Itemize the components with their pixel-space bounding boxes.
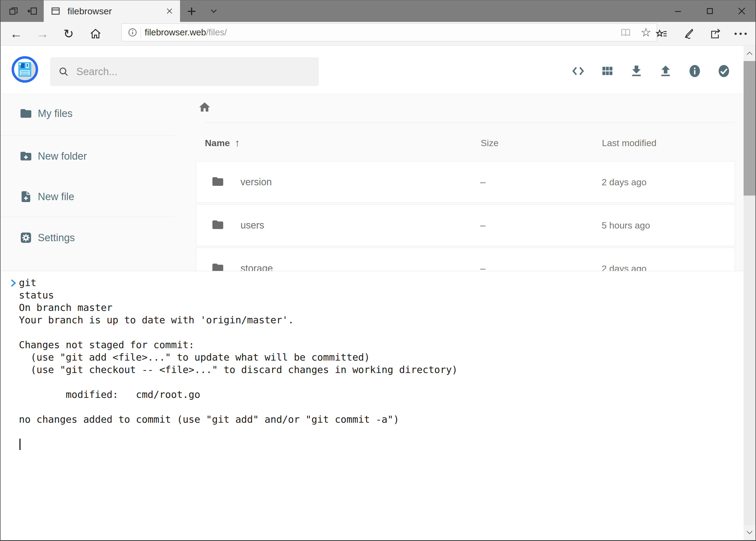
app-header bbox=[1, 46, 755, 93]
settings-gear-icon bbox=[19, 231, 32, 244]
file-row-version[interactable]: version – 2 days ago bbox=[196, 161, 735, 203]
new-tab-button[interactable]: + bbox=[185, 0, 199, 22]
header-actions bbox=[571, 64, 731, 79]
create-folder-icon bbox=[19, 150, 32, 163]
set-tabs-aside-icon[interactable] bbox=[26, 0, 38, 22]
column-header-modified[interactable]: Last modified bbox=[602, 137, 656, 149]
filebrowser-logo-icon[interactable] bbox=[12, 56, 38, 83]
url-host: filebrowser.web bbox=[145, 27, 206, 37]
create-file-icon bbox=[19, 190, 32, 203]
share-icon[interactable] bbox=[707, 22, 723, 46]
terminal-cursor bbox=[19, 439, 21, 450]
sidebar-item-label: My files bbox=[38, 108, 73, 119]
info-icon[interactable] bbox=[687, 64, 702, 79]
sidebar-item-settings[interactable]: Settings bbox=[1, 218, 174, 258]
browser-tab[interactable]: filebrowser bbox=[44, 0, 180, 22]
browser-toolbar: ← → ↻ filebrowser.web/files/ bbox=[1, 22, 755, 46]
forward-icon[interactable]: → bbox=[35, 22, 51, 46]
minimize-button[interactable] bbox=[670, 0, 686, 22]
scroll-up-icon[interactable] bbox=[744, 46, 755, 61]
file-modified: 5 hours ago bbox=[602, 220, 650, 231]
scrollbar-thumb[interactable] bbox=[744, 61, 755, 196]
sidebar-item-new-file[interactable]: New file bbox=[1, 176, 174, 217]
scroll-down-icon[interactable] bbox=[744, 525, 755, 540]
file-row-users[interactable]: users – 5 hours ago bbox=[196, 205, 735, 246]
address-bar[interactable]: filebrowser.web/files/ ☆ bbox=[122, 24, 657, 41]
close-window-button[interactable] bbox=[734, 0, 750, 22]
search-input[interactable] bbox=[76, 66, 311, 78]
folder-icon bbox=[210, 175, 225, 189]
raw-editor-code-icon[interactable] bbox=[571, 64, 586, 79]
browser-window: filebrowser + ← bbox=[0, 0, 756, 541]
tab-list-chevron-icon[interactable] bbox=[207, 0, 221, 22]
download-icon[interactable] bbox=[629, 64, 644, 79]
tab-preview-icon[interactable] bbox=[8, 0, 19, 22]
floppy-disk-icon bbox=[18, 62, 31, 77]
folder-icon bbox=[210, 218, 225, 232]
sidebar-item-label: New file bbox=[38, 191, 74, 203]
column-header-name[interactable]: Name ↑ bbox=[205, 137, 240, 149]
prompt-chevron-icon bbox=[10, 278, 17, 289]
annotate-pen-icon[interactable] bbox=[681, 22, 697, 46]
url-path: /files/ bbox=[206, 27, 227, 37]
refresh-icon[interactable]: ↻ bbox=[61, 22, 77, 46]
home-icon[interactable] bbox=[88, 22, 104, 46]
tab-bar: filebrowser + bbox=[1, 0, 755, 22]
file-modified: 2 days ago bbox=[602, 177, 646, 188]
maximize-button[interactable] bbox=[702, 0, 718, 22]
tab-close-icon[interactable] bbox=[165, 7, 173, 15]
url-text: filebrowser.web/files/ bbox=[145, 27, 620, 38]
sidebar-item-label: Settings bbox=[38, 232, 75, 244]
folder-icon bbox=[19, 107, 32, 120]
sidebar-item-my-files[interactable]: My files bbox=[1, 93, 174, 134]
filebrowser-page: My files New folder New file bbox=[1, 46, 755, 540]
file-size: – bbox=[480, 220, 486, 231]
search-box[interactable] bbox=[50, 57, 319, 86]
site-info-icon[interactable] bbox=[127, 27, 138, 38]
file-size: – bbox=[480, 176, 486, 188]
hub-favorites-icon[interactable] bbox=[654, 22, 670, 46]
breadcrumb-home-icon[interactable] bbox=[198, 101, 211, 115]
back-icon[interactable]: ← bbox=[8, 22, 24, 46]
search-icon bbox=[58, 66, 69, 78]
sidebar-item-new-folder[interactable]: New folder bbox=[1, 136, 174, 176]
sidebar-item-label: New folder bbox=[38, 151, 87, 162]
select-check-icon[interactable] bbox=[716, 64, 731, 79]
file-name: users bbox=[240, 220, 264, 231]
page-scrollbar[interactable] bbox=[744, 46, 755, 540]
sort-ascending-icon: ↑ bbox=[235, 137, 240, 149]
breadcrumb-divider bbox=[205, 122, 735, 123]
file-name: version bbox=[240, 176, 272, 188]
grid-view-icon[interactable] bbox=[600, 64, 615, 79]
reading-view-icon[interactable] bbox=[620, 26, 631, 38]
terminal-panel[interactable]: git status On branch master Your branch … bbox=[1, 271, 755, 540]
upload-icon[interactable] bbox=[658, 64, 673, 79]
sidebar-divider bbox=[1, 217, 174, 217]
tab-favicon bbox=[50, 6, 61, 16]
settings-more-icon[interactable]: ••• bbox=[734, 22, 750, 46]
sidebar-divider bbox=[1, 135, 174, 136]
tab-title: filebrowser bbox=[68, 6, 165, 16]
address-separator bbox=[140, 26, 141, 38]
terminal-output: On branch master Your branch is up to da… bbox=[19, 289, 458, 426]
column-header-size[interactable]: Size bbox=[481, 137, 499, 149]
add-favorite-star-icon[interactable]: ☆ bbox=[641, 26, 651, 38]
